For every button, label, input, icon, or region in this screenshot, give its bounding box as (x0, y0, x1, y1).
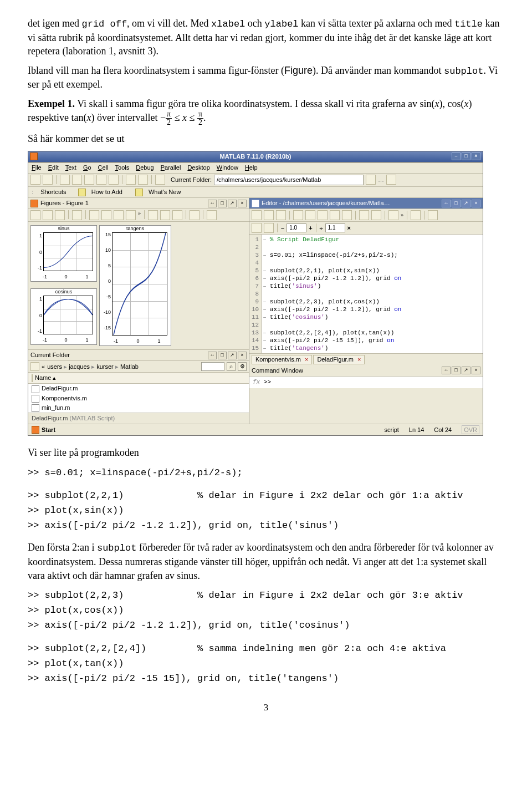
print-icon[interactable] (55, 210, 65, 220)
menu-edit[interactable]: Edit (48, 164, 59, 171)
new-fig-icon[interactable] (30, 210, 40, 220)
cell-multiply-field[interactable]: 1.1 (325, 223, 345, 232)
shortcut-howto[interactable]: How to Add (91, 189, 122, 195)
min-button[interactable]: ↗ (462, 200, 470, 207)
pointer-icon[interactable] (72, 210, 82, 220)
editor-body[interactable]: 123456789101112131415 ––––––––––– % Scri… (249, 235, 483, 353)
undock-button[interactable]: □ (218, 352, 227, 359)
menu-window[interactable]: Window (217, 164, 238, 171)
open-icon[interactable] (264, 210, 274, 220)
cf-search-field[interactable] (201, 362, 224, 371)
maximize-button[interactable]: □ (462, 152, 470, 160)
close-icon[interactable] (428, 210, 438, 220)
min-button[interactable]: ↗ (228, 200, 237, 207)
fx-icon[interactable] (411, 210, 421, 220)
search-icon[interactable]: ⌕ (227, 362, 236, 371)
undock-button[interactable]: □ (452, 200, 461, 207)
close-fig-icon[interactable] (207, 210, 217, 220)
cut-icon[interactable] (293, 210, 303, 220)
help-icon[interactable] (155, 175, 165, 185)
cell-next-icon[interactable] (264, 223, 274, 233)
link-icon[interactable] (190, 210, 200, 220)
rotate-icon[interactable] (126, 210, 136, 220)
cf-browse-icon[interactable] (386, 175, 396, 185)
breadcrumb-item[interactable]: jacques (69, 363, 96, 370)
close-tab-icon[interactable]: × (357, 356, 361, 363)
cut-icon[interactable] (60, 175, 70, 185)
breadcrumb-item[interactable]: kurser (96, 363, 120, 370)
find-icon[interactable] (371, 210, 381, 220)
print-icon[interactable] (359, 210, 369, 220)
cell-decrement-field[interactable]: 1.0 (287, 223, 306, 232)
close-panel-button[interactable]: × (472, 367, 480, 374)
file-row[interactable]: min_fun.m (28, 403, 249, 413)
min-button[interactable]: ↗ (462, 367, 470, 374)
redo-icon[interactable] (342, 210, 352, 220)
file-row[interactable]: Komponentvis.m (28, 394, 249, 403)
file-row[interactable]: DeladFigur.m (28, 384, 249, 393)
new-file-icon[interactable] (30, 175, 40, 185)
current-folder-field[interactable]: /chalmers/users/jacques/kurser/Matlab (214, 175, 364, 185)
matlab-window: MATLAB 7.11.0 (R2010b) – □ × FileEditTex… (28, 151, 483, 436)
current-folder-breadcrumb[interactable]: « usersjacqueskurserMatlab ⌕ ⚙ (28, 361, 249, 373)
menu-cell[interactable]: Cell (98, 164, 109, 171)
close-panel-button[interactable]: × (238, 200, 247, 207)
undock-button[interactable]: □ (452, 367, 461, 374)
new-icon[interactable] (252, 210, 262, 220)
run-icon[interactable] (388, 210, 398, 220)
menu-tools[interactable]: Tools (115, 164, 130, 171)
breadcrumb-item[interactable]: Matlab (120, 363, 139, 370)
undo-icon[interactable] (96, 175, 106, 185)
current-folder-label: Current Folder: (171, 176, 212, 184)
editor-tab[interactable]: Komponentvis.m × (252, 355, 312, 364)
zoom-out-icon[interactable] (101, 210, 111, 220)
dock-button[interactable]: ↔ (208, 352, 217, 359)
status-bar: Start script Ln 14 Col 24 OVR (28, 424, 483, 436)
close-panel-button[interactable]: × (238, 352, 247, 359)
editor-tab[interactable]: DeladFigur.m × (313, 355, 365, 364)
menu-help[interactable]: Help (245, 164, 258, 171)
menu-desktop[interactable]: Desktop (187, 164, 209, 171)
paste-icon[interactable] (318, 210, 328, 220)
axes-sinus[interactable]: sinus 1 0 -1 -1 0 1 (30, 225, 97, 282)
gear-icon[interactable]: ⚙ (238, 362, 247, 371)
axes-tangens[interactable]: tangens 15 10 5 0 -5 -10 -15 -1 0 1 (99, 225, 171, 346)
menu-debug[interactable]: Debug (136, 164, 154, 171)
dock-button[interactable]: ↔ (208, 200, 217, 207)
cf-dropdown-icon[interactable] (366, 175, 376, 185)
redo-icon[interactable] (109, 175, 119, 185)
shortcut-whatsnew[interactable]: What's New (149, 189, 181, 195)
min-button[interactable]: ↗ (228, 352, 237, 359)
paste-icon[interactable] (84, 175, 94, 185)
close-tab-icon[interactable]: × (305, 356, 308, 363)
guide-icon[interactable] (138, 175, 148, 185)
close-button[interactable]: × (472, 152, 480, 160)
save-icon[interactable] (276, 210, 286, 220)
copy-icon[interactable] (72, 175, 82, 185)
menu-file[interactable]: File (32, 164, 42, 171)
menu-text[interactable]: Text (65, 164, 76, 171)
save-fig-icon[interactable] (43, 210, 53, 220)
simulink-icon[interactable] (126, 175, 136, 185)
command-window[interactable]: fx >> (249, 377, 483, 388)
open-file-icon[interactable] (43, 175, 53, 185)
start-button[interactable]: Start (42, 426, 55, 434)
subplot-icon[interactable] (172, 210, 182, 220)
close-panel-button[interactable]: × (472, 200, 480, 207)
pan-icon[interactable] (114, 210, 124, 220)
menu-parallel[interactable]: Parallel (161, 164, 181, 171)
zoom-in-icon[interactable] (89, 210, 99, 220)
axes-cosinus[interactable]: cosinus 1 0 -1 -1 0 1 (30, 288, 97, 345)
cell-eval-icon[interactable] (252, 223, 262, 233)
copy-icon[interactable] (305, 210, 315, 220)
undock-button[interactable]: □ (218, 200, 227, 207)
subplot-grid-icon[interactable] (148, 210, 158, 220)
breadcrumb-item[interactable]: users (47, 363, 69, 370)
dock-button[interactable]: ↔ (442, 200, 451, 207)
status-ovr: OVR (462, 425, 479, 435)
dock-button[interactable]: ↔ (442, 367, 451, 374)
subplot-icon[interactable] (160, 210, 170, 220)
minimize-button[interactable]: – (452, 152, 461, 160)
menu-go[interactable]: Go (83, 164, 91, 171)
undo-icon[interactable] (330, 210, 340, 220)
